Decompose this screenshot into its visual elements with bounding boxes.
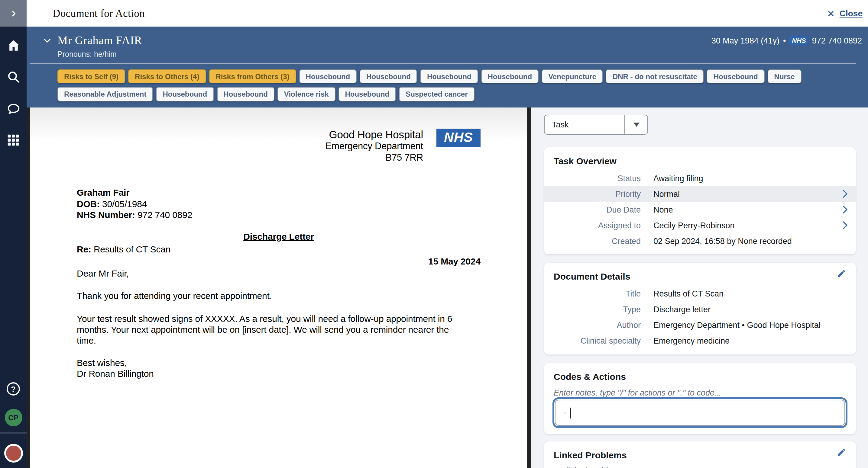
detail-row-value: Results of CT Scan (653, 289, 846, 298)
patient-banner: Mr Graham FAIR 30 May 1984 (41y) • NHS 9… (27, 27, 868, 107)
user-avatar-button[interactable]: CP (0, 409, 27, 426)
patient-nhs-number: 972 740 0892 (812, 36, 862, 45)
task-row-value: Awaiting filing (653, 174, 846, 183)
alert-tag[interactable]: Risks to Others (4) (128, 69, 206, 83)
task-row-assigned-to[interactable]: Assigned to Cecily Perry-Robinson (544, 218, 856, 233)
search-button[interactable] (0, 68, 27, 85)
task-row-value: Normal (653, 189, 841, 198)
document-for-action-screen: ? CP Document for Action ✕ Close Mr Grah… (0, 0, 868, 468)
letter-closing: Best wishes, (77, 357, 480, 368)
letter-re-line: Re: Results of CT Scan (77, 244, 480, 255)
alert-tag[interactable]: Housebound (156, 87, 214, 101)
chat-bubble-icon (6, 102, 20, 115)
linked-problems-card: Linked Problems No linked problems. (544, 441, 856, 468)
hospital-name: Good Hope Hospital (326, 129, 423, 141)
alert-tag[interactable]: Housebound (707, 69, 765, 83)
rail-divider (0, 432, 27, 434)
letter-line: Your test result showed signs of XXXXX. … (77, 313, 480, 324)
codes-actions-card: Codes & Actions Enter notes, type "/" fo… (544, 363, 856, 434)
expand-sidebar-button[interactable] (0, 0, 27, 27)
patient-demographics: 30 May 1984 (41y) • NHS 972 740 0892 (711, 36, 862, 45)
task-overview-title: Task Overview (544, 155, 856, 167)
apps-grid-icon (7, 133, 20, 147)
alert-tag[interactable]: Venepuncture (541, 69, 603, 83)
alert-tag[interactable]: Risks to Self (9) (57, 69, 125, 83)
alert-tag[interactable]: Housebound (299, 69, 357, 83)
document-viewer: Good Hope Hospital Emergency Department … (27, 107, 531, 468)
messages-button[interactable] (0, 100, 27, 117)
help-button[interactable]: ? (0, 380, 27, 397)
letter-patient-name: Graham Fair (77, 188, 130, 198)
task-row-value: Cecily Perry-Robinson (653, 221, 841, 230)
banner-divider (30, 63, 856, 64)
nhs-number-label: NHS Number: (77, 209, 135, 220)
task-row-label: Assigned to (554, 221, 641, 230)
task-row-label: Created (554, 236, 641, 245)
page-title: Document for Action (53, 7, 145, 20)
document-details-title: Document Details (554, 270, 630, 282)
alert-tag[interactable]: Housebound (421, 69, 478, 83)
separator-dot: • (783, 36, 786, 45)
alert-tag[interactable]: Risks from Others (3) (209, 69, 296, 83)
re-label: Re: (77, 244, 91, 254)
bullet-icon: ◦ (563, 409, 566, 416)
document-type-select[interactable]: Task (544, 115, 648, 135)
close-icon: ✕ (827, 9, 835, 18)
alert-tag[interactable]: Housebound (338, 87, 396, 101)
edit-pencil-icon[interactable] (837, 269, 846, 278)
nhs-badge: NHS (789, 36, 808, 45)
letter-signoff: Best wishes, Dr Ronan Billington (77, 357, 480, 379)
record-indicator-icon (4, 443, 23, 462)
task-row-due-date[interactable]: Due Date None (544, 202, 856, 218)
chevron-right-icon (841, 205, 849, 214)
chevron-down-icon[interactable] (42, 36, 52, 45)
alert-tag[interactable]: Housebound (481, 69, 539, 83)
codes-placeholder: Enter notes, type "/" for actions or "."… (554, 388, 846, 397)
letter-heading: Discharge Letter (77, 231, 480, 242)
caret-down-icon (633, 123, 639, 127)
alert-tag[interactable]: Nurse (768, 69, 802, 83)
close-button[interactable]: ✕ Close (827, 8, 863, 18)
alert-tag[interactable]: Suspected cancer (399, 87, 474, 101)
task-row-status: Status Awaiting filing (544, 170, 856, 186)
alert-tag[interactable]: Reasonable Adjustment (57, 87, 153, 101)
dob-value: 30/05/1984 (102, 198, 147, 209)
search-icon (6, 70, 20, 83)
detail-row-label: Author (554, 320, 641, 329)
dob-label: DOB: (77, 198, 100, 209)
alert-tag[interactable]: Violence risk (277, 87, 336, 101)
letter-line: months. Your next appointment will be on… (77, 324, 480, 335)
linked-problems-empty: No linked problems. (554, 466, 846, 468)
alert-tag[interactable]: DNR - do not resuscitate (606, 69, 704, 83)
alert-tag[interactable]: Housebound (217, 87, 274, 101)
alert-tags-row-1: Risks to Self (9) Risks to Others (4) Ri… (27, 69, 868, 83)
chevron-right-icon (9, 9, 17, 17)
top-bar: Document for Action ✕ Close (27, 0, 868, 27)
nhs-logo: NHS (436, 129, 480, 147)
document-page: Good Hope Hospital Emergency Department … (30, 107, 527, 468)
task-row-label: Priority (554, 189, 641, 198)
alert-tag[interactable]: Housebound (360, 69, 417, 83)
home-button[interactable] (0, 37, 27, 54)
task-row-priority[interactable]: Priority Normal (544, 186, 856, 202)
document-details-card: Document Details Title Results of CT Sca… (544, 263, 856, 355)
detail-row-label: Type (554, 305, 641, 314)
task-panel: Task Task Overview Status Awaiting filin… (531, 107, 868, 468)
nhs-number-value: 972 740 0892 (137, 209, 192, 220)
alert-tags-row-2: Reasonable Adjustment Housebound Housebo… (27, 87, 868, 101)
select-arrow-button[interactable] (624, 115, 647, 134)
letter-patient-block: Graham Fair DOB: 30/05/1984 NHS Number: … (77, 188, 480, 221)
task-row-created: Created 02 Sep 2024, 16:58 by None recor… (544, 233, 856, 249)
detail-row-clinical-specialty: Clinical specialty Emergency medicine (544, 333, 856, 348)
chevron-right-icon (841, 221, 849, 230)
task-overview-card: Task Overview Status Awaiting filing Pri… (544, 147, 856, 254)
apps-button[interactable] (0, 132, 27, 148)
task-row-label: Due Date (554, 205, 641, 214)
hospital-postcode: B75 7RR (326, 152, 423, 163)
detail-row-value: Emergency medicine (653, 336, 846, 345)
avatar: CP (4, 409, 22, 426)
edit-pencil-icon[interactable] (837, 447, 846, 457)
detail-row-author: Author Emergency Department • Good Hope … (544, 317, 856, 333)
record-button[interactable] (0, 443, 27, 463)
codes-input[interactable]: ◦ (555, 400, 845, 426)
